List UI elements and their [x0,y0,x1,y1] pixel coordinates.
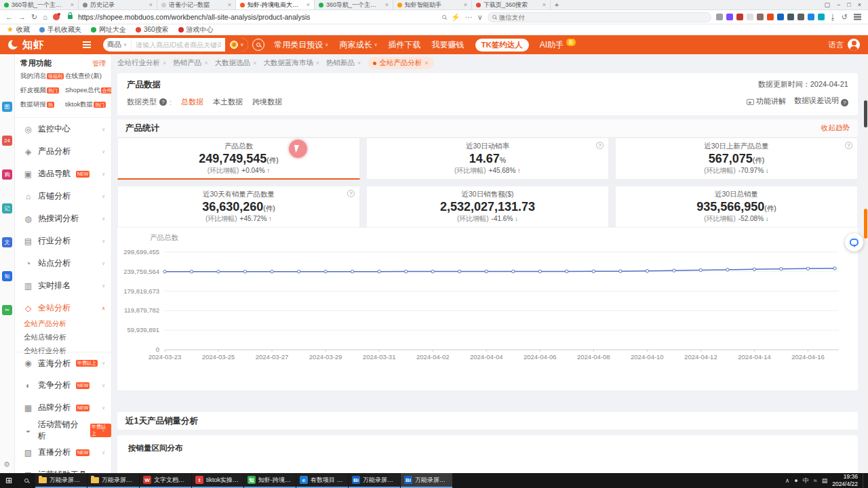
tab-close-icon[interactable]: × [228,1,231,8]
taskbar-clock[interactable]: 19:36 2024/4/22 [832,473,858,487]
scrollbar-thumb[interactable] [864,100,867,127]
extension-icon[interactable] [747,14,753,20]
sidebar-toggle-icon[interactable] [83,44,91,45]
data-type-option[interactable]: 总数据 [181,97,203,107]
download-icon[interactable]: ⭳ [829,14,837,21]
sidebar-item-实时排名[interactable]: ▥实时排名∨ [15,274,111,297]
tray-icon[interactable]: ≈ [814,477,817,484]
extension-icon[interactable] [787,14,794,20]
taskbar-item[interactable]: 万能录屏大师 [35,473,87,488]
tab-close-icon[interactable]: × [385,1,389,8]
header-nav-item[interactable]: AI助手新 [540,39,576,51]
side-dock-icon[interactable]: 记 [2,203,12,214]
close-icon[interactable]: × [858,1,861,8]
data-type-option[interactable]: 本土数据 [213,97,243,107]
extension-icon[interactable] [757,14,764,20]
header-nav-item[interactable]: TK签约达人 [475,39,529,52]
question-icon[interactable]: ? [845,142,852,149]
taskbar-item[interactable]: W文字文档2 - WPS … [140,473,191,488]
submenu-item-全站店铺分析[interactable]: 全站店铺分析 [24,333,66,342]
feature-guide-link[interactable]: ▶功能讲解 [747,96,786,106]
sidebar-item-品牌分析[interactable]: ▦品牌分析NEW∨ [15,396,111,419]
page-scrollbar[interactable] [863,54,868,473]
taskbar-item[interactable]: Bi万能录屏大师 [401,473,452,488]
close-icon[interactable]: × [425,60,428,66]
taskbar-item[interactable]: 万能录屏大师 [87,473,139,488]
tray-icon[interactable]: 中 [803,476,809,485]
sidebar-item-监控中心[interactable]: ◎监控中心∨ [15,118,111,140]
home-icon[interactable]: ⌂ [43,14,47,21]
refresh-icon[interactable]: ↻ [31,14,37,21]
extension-icon[interactable] [808,14,814,20]
extension-icon[interactable] [797,14,804,20]
page-tab[interactable]: 热销产品× [173,58,208,68]
favorites-paw-icon[interactable] [53,14,60,20]
sidebar-item-全站分析[interactable]: ◇全站分析∧ [15,297,111,319]
sidebar-item-选品导航[interactable]: ▣选品导航NEW∨ [15,163,111,185]
sidebar-item-店铺分析[interactable]: ⌂店铺分析∨ [15,185,111,207]
browser-tab[interactable]: 知虾-跨境电商大数据分析平台× [236,0,315,9]
browser-tab[interactable]: 360导航_一个主页，整个世界× [315,0,393,9]
chevron-down-icon[interactable]: ∨ [477,14,483,21]
gear-icon[interactable]: ⚙ [3,460,10,469]
minimize-icon[interactable]: − [837,1,840,8]
browser-menu-icon[interactable] [854,16,861,18]
extension-icon[interactable] [777,14,784,20]
browser-tab[interactable]: 知虾智能助手× [393,0,472,9]
browser-tab[interactable]: 下载页_360搜索× [472,0,551,9]
sidebar-item-活动营销分析[interactable]: ◒活动营销分析年费以上∨ [15,419,111,441]
sidebar-item-直播分析[interactable]: ▧直播分析NEW∨ [15,441,111,464]
info-icon[interactable]: ? [841,99,848,106]
search-category-select[interactable]: 商品∨ [103,38,132,52]
data-type-option[interactable]: 跨境数据 [252,97,282,107]
more-icon[interactable]: ⋯ [465,14,473,21]
layout-icon[interactable]: ▢ [825,1,831,8]
quick-link[interactable]: 虾皮视频热门 [20,86,64,95]
tab-close-icon[interactable]: × [307,1,310,8]
taskbar-item[interactable]: e有数项目 和另外 3… [296,473,348,488]
favorites-item[interactable]: ★收藏 [7,25,30,35]
close-icon[interactable]: × [204,60,208,66]
undo-icon[interactable]: ↺ [842,14,848,21]
toolbar-search[interactable] [488,12,711,22]
question-icon[interactable]: ? [596,142,604,149]
address-bar[interactable]: https://shopee.mobduos.com/workbench/all… [78,13,311,21]
close-icon[interactable]: × [253,60,256,66]
tray-icon[interactable]: ∧ [785,477,790,484]
question-icon[interactable]: ? [347,190,355,197]
browser-tab[interactable]: 360导航_一个主页，整个世界× [0,0,79,9]
app-logo[interactable]: 知虾 [8,39,71,52]
site-selector[interactable]: 泰 ∨ [225,38,248,52]
extension-icon[interactable] [736,14,743,20]
sidebar-item-产品分析[interactable]: ◈产品分析∨ [15,140,111,163]
extension-icon[interactable] [767,14,774,20]
bookmark-item[interactable]: 360搜索 [136,25,169,35]
quick-panel-manage-link[interactable]: 管理 [92,59,106,68]
taskbar-search-button[interactable] [18,473,35,488]
quick-link[interactable]: Shopee总代合作 [65,86,112,95]
taskbar-item[interactable]: ttiktok实操运营 [192,473,243,488]
tab-close-icon[interactable]: × [464,1,467,8]
search-button[interactable] [252,39,264,51]
close-icon[interactable]: × [163,60,166,66]
header-nav-item[interactable]: 插件下载 [389,39,421,51]
sidebar-item-运营辅助工具[interactable]: ▨运营辅助工具∨ [15,464,111,473]
page-tab[interactable]: 全站产品分析× [368,57,433,69]
start-button[interactable]: ⊞ [0,473,18,488]
browser-tab[interactable]: 语雀小记--数据× [157,0,236,9]
back-icon[interactable]: ← [5,14,13,21]
tab-close-icon[interactable]: × [542,1,546,8]
side-dock-icon[interactable]: 文 [2,237,12,247]
extension-icon[interactable] [716,14,723,20]
side-dock-icon[interactable]: 24 [2,136,12,146]
page-tab[interactable]: 全站行业分析× [117,58,166,68]
extension-icon[interactable] [726,14,733,20]
user-area[interactable]: 语言 [829,39,860,51]
sidebar-item-行业分析[interactable]: ▤行业分析∨ [15,230,111,252]
quick-link[interactable]: 数据研报热 [20,100,64,109]
close-icon[interactable]: × [316,60,319,66]
browser-tab[interactable]: 历史记录× [79,0,157,9]
sidebar-item-站点分析[interactable]: ◔站点分析∨ [15,252,111,274]
sidebar-item-竞争分析[interactable]: ◐竞争分析NEW∨ [15,374,111,396]
taskbar-item[interactable]: 知知虾-跨境电商大数… [244,473,296,488]
